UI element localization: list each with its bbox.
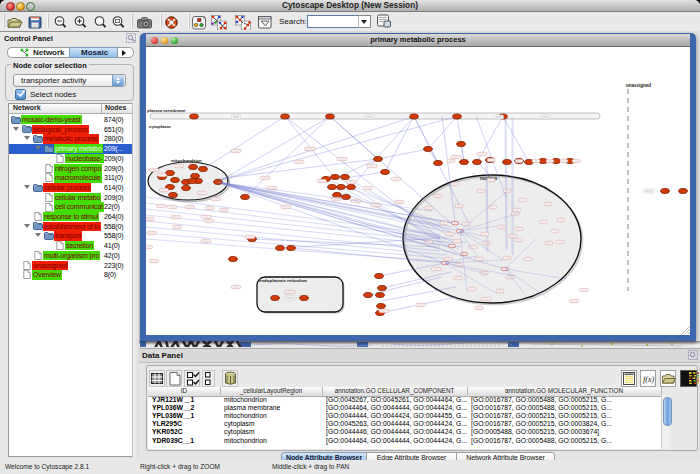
svg-text:plasma membrane: plasma membrane <box>147 108 186 113</box>
svg-text:endoplasmic reticulum: endoplasmic reticulum <box>259 278 307 283</box>
svg-text:mitochondrion: mitochondrion <box>171 158 202 163</box>
svg-text:cytoplasm: cytoplasm <box>149 124 171 129</box>
svg-text:unassigned: unassigned <box>626 83 651 88</box>
svg-text:f(x): f(x) <box>643 375 654 384</box>
